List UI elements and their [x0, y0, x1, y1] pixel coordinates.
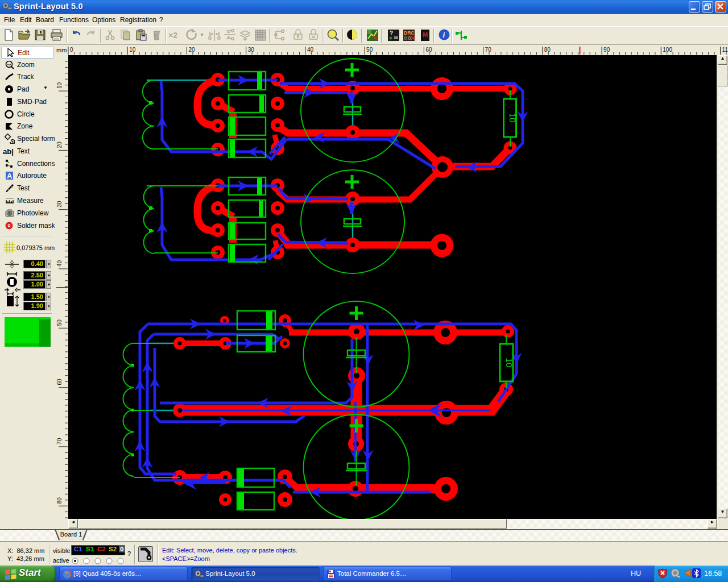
svg-text:20: 20 — [56, 142, 63, 148]
svg-text:50: 50 — [366, 47, 373, 53]
svg-text:A: A — [7, 172, 13, 180]
svg-text:40: 40 — [56, 260, 63, 267]
svg-text:80: 80 — [544, 47, 551, 53]
svg-text:30: 30 — [248, 47, 255, 53]
svg-text:10: 10 — [504, 358, 514, 368]
svg-text:10: 10 — [129, 47, 136, 53]
svg-text:10: 10 — [508, 113, 518, 123]
svg-text:i: i — [443, 31, 445, 39]
svg-text:110: 110 — [722, 47, 728, 53]
svg-text:80: 80 — [56, 497, 63, 504]
svg-text:?: ? — [390, 30, 393, 36]
svg-text:70: 70 — [56, 438, 63, 444]
svg-text:40: 40 — [307, 47, 314, 53]
svg-text:90: 90 — [603, 47, 610, 53]
svg-text:mm: mm — [56, 47, 67, 53]
svg-text:20: 20 — [189, 47, 196, 53]
svg-text:100: 100 — [663, 47, 672, 53]
svg-text:60: 60 — [56, 379, 63, 385]
svg-text:60: 60 — [425, 47, 432, 53]
svg-text:DRC: DRC — [404, 30, 414, 36]
svg-text:70: 70 — [485, 47, 492, 53]
svg-text:50: 50 — [56, 319, 63, 326]
svg-text:30: 30 — [56, 201, 63, 207]
svg-text:M: M — [423, 31, 428, 38]
svg-text:10: 10 — [56, 82, 63, 89]
svg-text:0: 0 — [70, 47, 73, 53]
